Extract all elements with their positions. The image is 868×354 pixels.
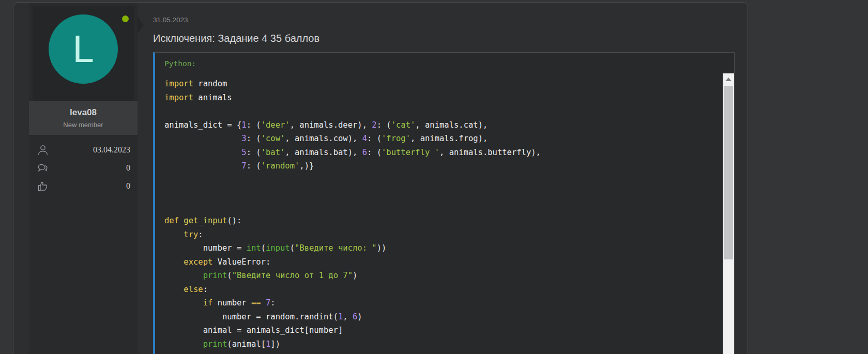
python-code: import randomimport animals animals_dict… — [155, 73, 734, 354]
code-scroll-area: import randomimport animals animals_dict… — [155, 73, 734, 354]
user-role: New member — [31, 121, 135, 129]
triangle-up-icon — [725, 78, 732, 81]
post-title: Исключения: Задание 4 35 баллов — [153, 33, 735, 44]
post-date-link[interactable]: 31.05.2023 — [153, 16, 188, 24]
user-stats: 03.04.2023 0 0 — [29, 135, 138, 206]
stat-row-joined: 03.04.2023 — [36, 143, 130, 157]
user-title-block: leva08 New member — [29, 101, 138, 135]
scrollbar-thumb[interactable] — [724, 86, 733, 259]
post-content-cell: 31.05.2023 Исключения: Задание 4 35 балл… — [138, 3, 748, 354]
messages-icon — [36, 161, 50, 175]
code-block: Python: import randomimport animals anim… — [153, 52, 735, 354]
online-indicator-dot — [122, 16, 129, 22]
code-scrollbar[interactable] — [723, 73, 734, 354]
likes-count-value: 0 — [126, 181, 130, 191]
user-cell: L leva08 New member 03.04.2023 0 — [29, 3, 138, 354]
avatar-box: L — [33, 6, 134, 101]
forum-post: L leva08 New member 03.04.2023 0 — [13, 2, 748, 354]
likes-icon — [36, 179, 50, 193]
username-link[interactable]: leva08 — [31, 107, 135, 118]
avatar[interactable]: L — [49, 14, 118, 84]
stat-row-messages: 0 — [36, 161, 130, 175]
avatar-letter: L — [72, 30, 94, 68]
code-language-label: Python: — [155, 53, 734, 73]
scrollbar-up-button[interactable] — [723, 73, 734, 85]
user-icon — [36, 143, 50, 157]
messages-count-value: 0 — [126, 163, 130, 173]
stat-row-likes: 0 — [36, 179, 130, 193]
joined-date-value: 03.04.2023 — [93, 145, 130, 155]
